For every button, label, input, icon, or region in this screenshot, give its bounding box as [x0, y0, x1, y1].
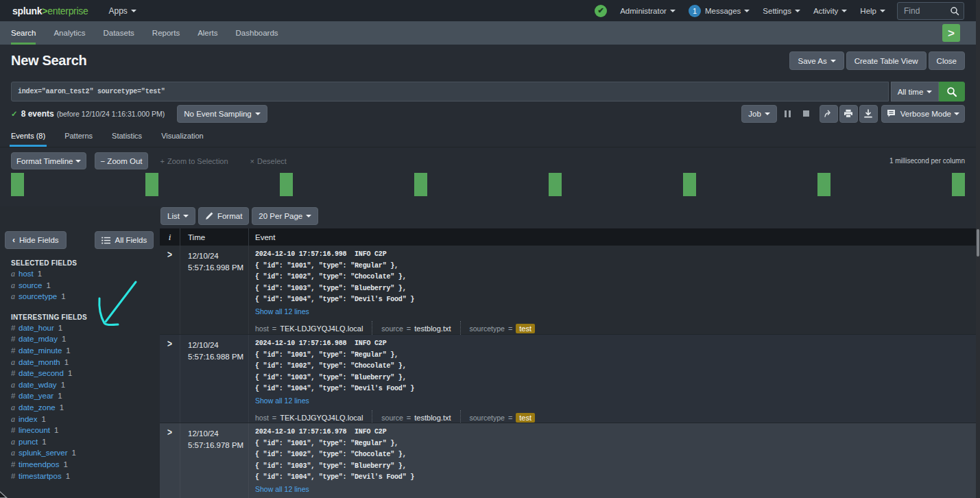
save-as-button[interactable]: Save As: [789, 51, 844, 70]
event-raw-text: 2024-12-10 17:57:16.998 INFO C2P{ "id": …: [255, 249, 980, 306]
timeline-bar[interactable]: [11, 173, 24, 196]
format-timeline-button[interactable]: Format Timeline: [11, 152, 86, 169]
format-button[interactable]: Format: [198, 207, 249, 225]
close-button[interactable]: Close: [929, 51, 965, 70]
tab-visualization[interactable]: Visualization: [161, 125, 204, 147]
search-mode-button[interactable]: Verbose Mode: [881, 105, 965, 123]
title-actions: Save As Create Table View Close: [789, 51, 965, 70]
time-range-picker[interactable]: All time: [891, 82, 939, 102]
splunk-logo[interactable]: splunk>enterprise: [12, 5, 88, 16]
nav-item-datasets[interactable]: Datasets: [94, 21, 143, 45]
field-item-source[interactable]: asource1: [0, 280, 160, 292]
source-value[interactable]: testblog.txt: [414, 414, 451, 422]
tab-patterns[interactable]: Patterns: [64, 125, 93, 147]
field-type-icon: #: [11, 345, 19, 357]
caret-down-icon: [75, 160, 81, 163]
nav-item-analytics[interactable]: Analytics: [45, 21, 94, 45]
show-all-lines-link[interactable]: Show all 12 lines: [255, 396, 309, 406]
mouse-cursor-icon: [0, 488, 10, 498]
field-item-date_mday[interactable]: #date_mday1: [0, 333, 160, 345]
search-app-icon[interactable]: >: [942, 24, 960, 42]
field-item-punct[interactable]: apunct1: [0, 436, 160, 448]
all-fields-button[interactable]: All Fields: [95, 231, 154, 249]
field-item-date_year[interactable]: #date_year1: [0, 390, 160, 402]
share-job-button[interactable]: [820, 105, 838, 123]
search-query-input[interactable]: [18, 88, 882, 95]
find-input[interactable]: [904, 6, 950, 16]
timeline-bar[interactable]: [414, 173, 427, 196]
timeline-bar[interactable]: [952, 173, 965, 196]
column-header-time[interactable]: Time: [180, 228, 249, 246]
field-item-sourcetype[interactable]: asourcetype1: [0, 291, 160, 303]
run-search-button[interactable]: [939, 82, 965, 102]
timeline-bar[interactable]: [145, 173, 158, 196]
column-header-info: i: [160, 228, 180, 246]
field-item-index[interactable]: aindex1: [0, 414, 160, 425]
tab-statistics[interactable]: Statistics: [112, 125, 142, 147]
zoom-to-selection-link[interactable]: +Zoom to Selection: [160, 157, 228, 165]
apps-menu[interactable]: Apps: [108, 6, 136, 16]
show-all-lines-link[interactable]: Show all 12 lines: [255, 307, 309, 317]
field-item-date_wday[interactable]: adate_wday1: [0, 379, 160, 391]
stop-job-icon[interactable]: [798, 105, 815, 123]
field-item-date_month[interactable]: adate_month1: [0, 357, 160, 368]
field-name: timestartpos: [19, 472, 62, 480]
appbar-right-group: >: [942, 21, 960, 45]
field-item-timestartpos[interactable]: #timestartpos1: [0, 471, 160, 482]
tab-events[interactable]: Events (8): [11, 125, 45, 147]
scrollbar-thumb[interactable]: [977, 229, 979, 257]
deselect-link[interactable]: ×Deselect: [250, 157, 287, 165]
export-job-button[interactable]: [859, 105, 878, 123]
activity-label: Activity: [813, 7, 838, 15]
field-type-icon: a: [11, 291, 19, 303]
per-page-button[interactable]: 20 Per Page: [252, 207, 318, 225]
sourcetype-value[interactable]: test: [516, 413, 535, 423]
field-item-date_zone[interactable]: adate_zone1: [0, 402, 160, 414]
job-menu-button[interactable]: Job: [741, 105, 777, 123]
search-mode-icon: [887, 109, 896, 118]
zoom-out-button[interactable]: − Zoom Out: [95, 152, 147, 169]
event-json-line: { "id": "1002", "type": "Chocolate" },: [255, 362, 406, 370]
expand-event-icon[interactable]: >: [167, 337, 172, 350]
help-menu[interactable]: Help: [860, 7, 885, 15]
timeline-bar[interactable]: [683, 173, 696, 196]
scrollbar[interactable]: [976, 0, 980, 498]
show-all-lines-link[interactable]: Show all 12 lines: [255, 484, 309, 495]
field-item-timeendpos[interactable]: #timeendpos1: [0, 459, 160, 471]
settings-label: Settings: [763, 7, 791, 15]
field-item-date_hour[interactable]: #date_hour1: [0, 322, 160, 334]
field-item-host[interactable]: ahost1: [0, 268, 160, 280]
expand-event-icon[interactable]: >: [167, 426, 172, 438]
nav-item-reports[interactable]: Reports: [143, 21, 189, 45]
nav-item-alerts[interactable]: Alerts: [189, 21, 226, 45]
pause-job-icon[interactable]: [779, 105, 797, 123]
health-check-icon[interactable]: ✔: [595, 5, 607, 17]
caret-down-icon: [880, 10, 885, 12]
field-item-splunk_server[interactable]: asplunk_server1: [0, 447, 160, 459]
timeline-bar[interactable]: [549, 173, 562, 196]
field-item-date_minute[interactable]: #date_minute1: [0, 345, 160, 357]
source-value[interactable]: testblog.txt: [414, 324, 451, 333]
print-job-button[interactable]: [839, 105, 858, 123]
timeline-bar[interactable]: [280, 173, 293, 196]
hide-fields-button[interactable]: ‹Hide Fields: [5, 231, 67, 249]
field-item-date_second[interactable]: #date_second1: [0, 368, 160, 379]
search-icon[interactable]: [950, 6, 959, 16]
field-name: timeendpos: [19, 460, 59, 469]
host-value[interactable]: TEK-LDJGYQJ4LQ.local: [280, 324, 363, 333]
create-table-view-button[interactable]: Create Table View: [846, 51, 927, 70]
timeline-bar[interactable]: [817, 173, 830, 196]
settings-menu[interactable]: Settings: [763, 7, 800, 15]
expand-event-icon[interactable]: >: [167, 248, 172, 261]
list-view-button[interactable]: List: [160, 207, 195, 225]
nav-item-dashboards[interactable]: Dashboards: [227, 21, 287, 45]
event-sampling-button[interactable]: No Event Sampling: [177, 105, 267, 123]
user-menu[interactable]: Administrator: [620, 7, 676, 15]
activity-menu[interactable]: Activity: [813, 7, 847, 15]
host-value[interactable]: TEK-LDJGYQJ4LQ.local: [280, 414, 363, 422]
field-item-linecount[interactable]: #linecount1: [0, 425, 160, 436]
sourcetype-value[interactable]: test: [516, 324, 535, 333]
messages-menu[interactable]: 1Messages: [689, 5, 750, 17]
nav-item-search[interactable]: Search: [2, 21, 45, 45]
field-name: date_second: [19, 369, 64, 377]
